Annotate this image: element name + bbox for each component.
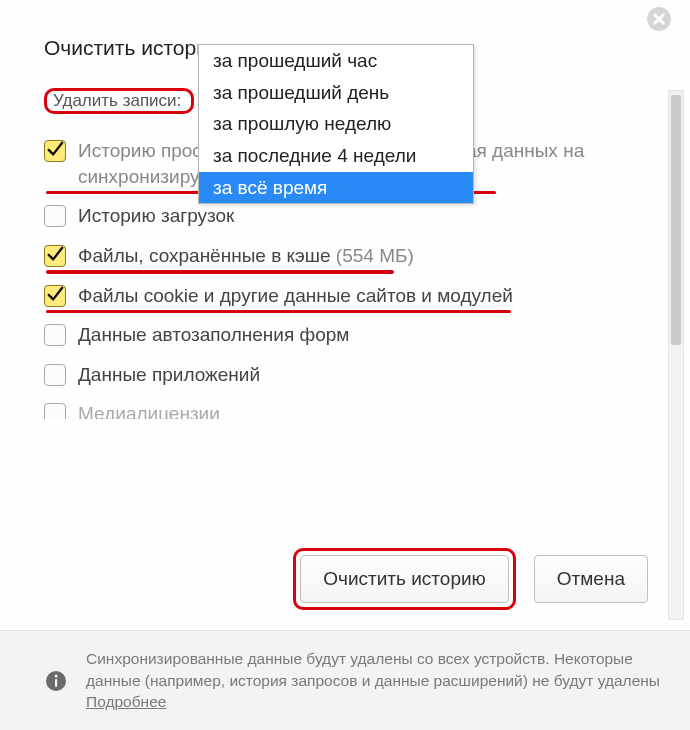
checkbox[interactable] [44, 324, 66, 346]
dropdown-option[interactable]: за последние 4 недели [199, 140, 473, 172]
dialog-footer: Синхронизированные данные будут удалены … [0, 630, 690, 730]
checkbox-item-cache[interactable]: Файлы, сохранённые в кэше (554 МБ) [44, 243, 656, 269]
close-icon[interactable] [646, 6, 672, 32]
footer-text: Синхронизированные данные будут удалены … [86, 648, 660, 713]
annotation-highlight: Очистить историю [293, 548, 516, 610]
cancel-button[interactable]: Отмена [534, 555, 648, 603]
checkbox[interactable] [44, 245, 66, 267]
checkbox-label: Данные автозаполнения форм [78, 322, 349, 348]
dropdown-option[interactable]: за прошедший день [199, 77, 473, 109]
dropdown-option-selected[interactable]: за всё время [199, 172, 473, 204]
clear-history-dialog: Очистить историю Удалить записи: Историю… [0, 0, 690, 730]
time-range-dropdown[interactable]: за прошедший час за прошедший день за пр… [198, 44, 474, 204]
dropdown-option[interactable]: за прошедший час [199, 45, 473, 77]
checkbox-item-autofill[interactable]: Данные автозаполнения форм [44, 322, 656, 348]
checkbox-label: Данные приложений [78, 362, 260, 388]
checkbox[interactable] [44, 205, 66, 227]
checkbox-label: Медиалицензии [78, 401, 220, 419]
svg-point-3 [55, 674, 58, 677]
svg-rect-2 [55, 679, 57, 687]
clear-history-button[interactable]: Очистить историю [300, 555, 509, 603]
scrollbar[interactable] [668, 90, 684, 620]
info-icon [44, 669, 68, 693]
scrollbar-thumb[interactable] [671, 95, 681, 345]
time-range-label: Удалить записи: [47, 87, 191, 116]
dialog-buttons: Очистить историю Отмена [293, 548, 648, 610]
checkbox-item-media[interactable]: Медиалицензии [44, 401, 656, 419]
checkbox[interactable] [44, 364, 66, 386]
checkbox-item-cookies[interactable]: Файлы cookie и другие данные сайтов и мо… [44, 283, 656, 309]
checkbox[interactable] [44, 140, 66, 162]
dropdown-option[interactable]: за прошлую неделю [199, 108, 473, 140]
checkbox-label: Историю загрузок [78, 203, 234, 229]
checkbox[interactable] [44, 285, 66, 307]
checkbox[interactable] [44, 403, 66, 419]
annotation-highlight: Удалить записи: [44, 88, 194, 114]
checkbox-item-downloads[interactable]: Историю загрузок [44, 203, 656, 229]
checkbox-label: Файлы cookie и другие данные сайтов и мо… [78, 283, 513, 309]
checkbox-label: Файлы, сохранённые в кэше (554 МБ) [78, 243, 414, 269]
checkbox-item-appdata[interactable]: Данные приложений [44, 362, 656, 388]
learn-more-link[interactable]: Подробнее [86, 693, 166, 710]
